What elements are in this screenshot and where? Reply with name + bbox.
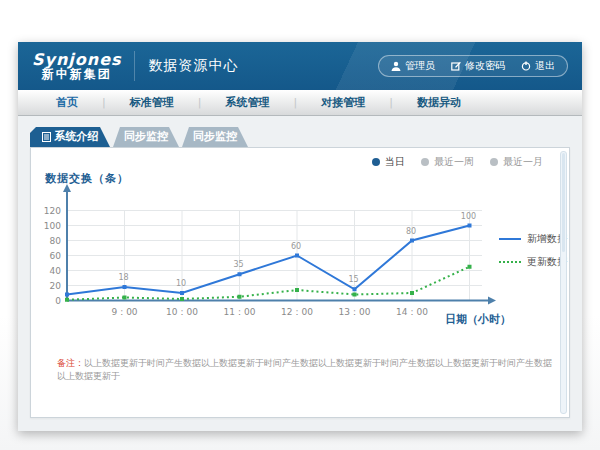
svg-text:15: 15 [348,275,358,284]
app-title: 数据资源中心 [149,57,239,75]
document-icon [42,132,51,142]
app-header: Synjones 新中新集团 数据资源中心 管理员 修改密码 退出 [18,42,582,90]
svg-text:12：00: 12：00 [281,307,313,317]
radio-icon [490,158,498,166]
filter-label: 最近一月 [503,155,543,169]
tab-bar: 系统介绍 同步监控 同步监控 [30,127,582,147]
tab-sync-monitor-1[interactable]: 同步监控 [113,127,179,147]
filter-last-week[interactable]: 最近一周 [421,155,474,169]
svg-text:11：00: 11：00 [224,307,256,317]
nav-item-standard-management[interactable]: 标准管理 [106,95,198,110]
svg-text:0: 0 [55,296,61,306]
filter-label: 当日 [385,155,405,169]
main-nav: 首页 | 标准管理 | 系统管理 | 对接管理 | 数据异动 [18,90,582,116]
svg-text:20: 20 [50,281,62,291]
edit-icon [451,61,461,71]
svg-text:60: 60 [50,251,62,261]
admin-user-label: 管理员 [405,59,435,73]
logout-button[interactable]: 退出 [521,59,555,73]
filter-today[interactable]: 当日 [372,155,405,169]
tab-sync-monitor-2[interactable]: 同步监控 [182,127,248,147]
svg-text:10: 10 [176,279,186,288]
radio-icon [421,158,429,166]
svg-text:10：00: 10：00 [166,307,198,317]
change-password-label: 修改密码 [465,59,505,73]
logo-text-en: Synjones [32,51,122,69]
svg-text:9：00: 9：00 [111,307,137,317]
radio-icon [372,158,380,166]
svg-text:35: 35 [233,260,243,269]
filter-last-month[interactable]: 最近一月 [490,155,543,169]
user-toolbar: 管理员 修改密码 退出 [378,55,568,77]
user-icon [391,61,401,71]
svg-text:13：00: 13：00 [339,307,371,317]
nav-item-system-management[interactable]: 系统管理 [201,95,293,110]
admin-user-button[interactable]: 管理员 [391,59,435,73]
svg-text:80: 80 [406,227,416,236]
chart-x-axis-title: 日期（小时） [445,312,511,327]
legend-item-new-data: 新增数据 [499,232,567,246]
line-chart: 0204060801001209：0010：0011：0012：0013：001… [39,183,499,333]
footnote-text: 以上数据更新于时间产生数据以上数据更新于时间产生数据以上数据更新于时间产生数据以… [57,358,552,381]
footnote-prefix: 备注： [57,358,84,368]
content-area: 系统介绍 同步监控 同步监控 当日 最近一周 最近一月 [18,116,582,418]
change-password-button[interactable]: 修改密码 [451,59,505,73]
legend-item-updated-data: 更新数据 [499,255,567,269]
logo-text-cn: 新中新集团 [32,68,122,81]
chart-panel: 当日 最近一周 最近一月 数据交换（条） 0204060801001209：00… [30,147,570,418]
chart-legend: 新增数据 更新数据 [499,232,567,278]
nav-item-interface-management[interactable]: 对接管理 [297,95,389,110]
filter-label: 最近一周 [434,155,474,169]
tab-label: 系统介绍 [55,127,99,147]
svg-text:60: 60 [291,242,301,251]
footnote: 备注：以上数据更新于时间产生数据以上数据更新于时间产生数据以上数据更新于时间产生… [57,357,555,382]
svg-text:120: 120 [44,206,61,216]
company-logo: Synjones 新中新集团 [32,51,134,82]
scrollbar-thumb[interactable] [562,153,565,252]
nav-item-home[interactable]: 首页 [32,95,102,110]
period-filter-group: 当日 最近一周 最近一月 [372,155,543,169]
svg-text:40: 40 [50,266,62,276]
svg-text:14：00: 14：00 [396,307,428,317]
legend-line-dotted-icon [499,261,521,263]
legend-line-solid-icon [499,238,521,240]
svg-text:100: 100 [461,212,476,221]
logout-label: 退出 [535,59,555,73]
header-divider [134,51,135,81]
power-icon [521,61,531,71]
svg-text:18: 18 [118,273,128,282]
svg-text:80: 80 [50,236,62,246]
svg-text:100: 100 [44,221,61,231]
app-window: Synjones 新中新集团 数据资源中心 管理员 修改密码 退出 首页 | 标… [18,42,582,431]
panel-scrollbar[interactable] [560,151,567,414]
nav-item-data-change[interactable]: 数据异动 [393,95,485,110]
tab-system-intro[interactable]: 系统介绍 [30,127,110,147]
